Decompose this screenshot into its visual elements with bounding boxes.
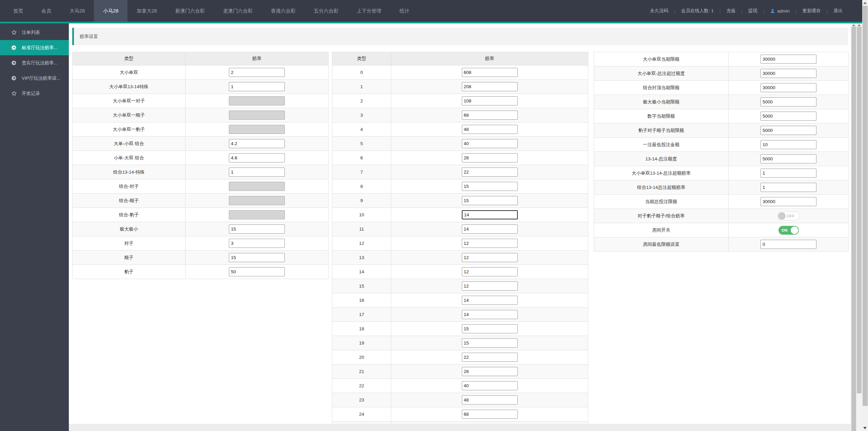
- setting-value-cell: [729, 152, 849, 166]
- odds-input[interactable]: [462, 168, 518, 177]
- odds-input[interactable]: [229, 239, 285, 248]
- odds-input[interactable]: [462, 367, 518, 376]
- nav-item-6[interactable]: 新澳门六合彩: [166, 0, 214, 22]
- nav-right-item-4[interactable]: 提现: [748, 8, 757, 14]
- toggle-switch-off[interactable]: OFF: [777, 212, 800, 220]
- table-row: 23: [332, 393, 588, 407]
- limit-input[interactable]: [761, 183, 816, 192]
- nav-right-item-3[interactable]: 充值: [726, 8, 735, 14]
- limit-input[interactable]: [761, 69, 816, 78]
- type-label: 顺子: [73, 251, 185, 265]
- odds-input[interactable]: [462, 324, 518, 333]
- odds-input[interactable]: [229, 168, 285, 177]
- nav-item-7[interactable]: 老澳门六合彩: [214, 0, 262, 22]
- scroll-up-icon[interactable]: [863, 2, 867, 4]
- limit-input[interactable]: [761, 112, 816, 121]
- table-row: 16: [332, 293, 588, 308]
- odds-input[interactable]: [229, 82, 285, 91]
- odds-input[interactable]: [462, 82, 518, 91]
- table-row: 9: [332, 194, 588, 208]
- odds-input[interactable]: [229, 224, 285, 234]
- nav-right-item-7[interactable]: 退出: [833, 8, 843, 14]
- type-label: 大小单双一豹子: [73, 122, 185, 137]
- odds-input[interactable]: [462, 239, 518, 248]
- nav-right-item-6[interactable]: 更新缓存: [802, 8, 821, 14]
- scroll-up-icon[interactable]: [852, 24, 855, 26]
- table-row: 7: [332, 165, 588, 179]
- sidebar-item-2[interactable]: 标准厅玩法赔率...: [0, 40, 69, 55]
- odds-input[interactable]: [462, 139, 518, 148]
- odds-cell: [391, 122, 588, 137]
- odds-input[interactable]: [229, 253, 285, 262]
- toggle-knob: [778, 212, 786, 220]
- odds-input[interactable]: [462, 281, 518, 291]
- odds-input[interactable]: [462, 210, 518, 219]
- type-label: 对子: [73, 236, 185, 251]
- odds-input[interactable]: [462, 96, 518, 105]
- odds-input[interactable]: [462, 381, 518, 390]
- type-label: 21: [332, 365, 391, 379]
- standard-odds-table: 类型 赔率 大小单双大小单双13-14特殊大小单双一对子大小单双一顺子大小单双一…: [72, 52, 329, 279]
- limit-input[interactable]: [761, 83, 816, 92]
- limit-input[interactable]: [761, 97, 816, 106]
- odds-input[interactable]: [462, 68, 518, 77]
- odds-input[interactable]: [462, 111, 518, 120]
- limit-input[interactable]: [761, 169, 816, 178]
- nav-item-2[interactable]: 会员: [32, 0, 60, 22]
- browser-scrollbar-thumb[interactable]: [863, 6, 868, 406]
- odds-input[interactable]: [229, 139, 285, 148]
- horizontal-scrollbar[interactable]: [69, 424, 851, 431]
- inner-scrollbar-thumb[interactable]: [851, 27, 856, 431]
- nav-item-4[interactable]: 小马28: [94, 0, 127, 22]
- odds-input[interactable]: [462, 395, 518, 405]
- odds-input[interactable]: [462, 224, 518, 234]
- sidebar-item-4[interactable]: VIP厅玩法赔率设...: [0, 71, 69, 86]
- sidebar-item-5[interactable]: 开奖记录: [0, 86, 69, 101]
- scroll-up-icon[interactable]: [857, 24, 861, 26]
- sidebar-item-3[interactable]: 贵宾厅玩法赔率...: [0, 55, 69, 71]
- nav-right-item-1[interactable]: 永久活码: [650, 8, 668, 14]
- panel-header: 赔率设置: [72, 28, 848, 45]
- odds-input[interactable]: [462, 125, 518, 134]
- odds-input[interactable]: [229, 267, 285, 276]
- odds-input[interactable]: [229, 68, 285, 77]
- sidebar-item-1[interactable]: 注单列表: [0, 25, 69, 40]
- nav-item-5[interactable]: 加拿大28: [127, 0, 166, 22]
- browser-scrollbar[interactable]: [862, 0, 868, 431]
- scroll-down-icon[interactable]: [863, 427, 867, 429]
- user-menu[interactable]: admin: [770, 8, 790, 14]
- limit-input[interactable]: [761, 140, 816, 149]
- table-row: 对子豹子顺子/组合赔率OFF: [594, 209, 849, 223]
- odds-input[interactable]: [462, 182, 518, 191]
- nav-item-3[interactable]: 大马28: [60, 0, 94, 22]
- odds-input[interactable]: [229, 153, 285, 162]
- setting-label: 房间开关: [594, 223, 729, 237]
- nav-item-10[interactable]: 上下分管理: [348, 0, 391, 22]
- odds-input[interactable]: [462, 410, 518, 419]
- odds-input[interactable]: [462, 353, 518, 362]
- toggle-knob: [791, 227, 798, 234]
- odds-input[interactable]: [462, 296, 518, 305]
- inner-scrollbar-thumb[interactable]: [857, 27, 862, 393]
- odds-input[interactable]: [462, 196, 518, 205]
- nav-right-item-2[interactable]: 会员在线人数: 1: [681, 8, 714, 14]
- odds-input[interactable]: [462, 153, 518, 162]
- nav-item-11[interactable]: 统计: [390, 0, 418, 22]
- nav-item-8[interactable]: 香港六合彩: [262, 0, 305, 22]
- odds-input[interactable]: [462, 267, 518, 276]
- table-row: 5: [332, 137, 588, 151]
- table-row: 18: [332, 322, 588, 336]
- limit-input[interactable]: [761, 240, 816, 249]
- limit-input[interactable]: [761, 55, 816, 64]
- table-row: 17: [332, 308, 588, 322]
- odds-input[interactable]: [462, 253, 518, 262]
- odds-input[interactable]: [462, 338, 518, 348]
- nav-item-1[interactable]: 首页: [4, 0, 32, 22]
- nav-item-9[interactable]: 五分六合彩: [304, 0, 348, 22]
- toggle-switch-on[interactable]: ON: [778, 226, 799, 235]
- table-row: 2: [332, 94, 588, 108]
- limit-input[interactable]: [761, 154, 816, 163]
- limit-input[interactable]: [761, 126, 816, 135]
- odds-input[interactable]: [462, 310, 518, 319]
- limit-input[interactable]: [761, 197, 816, 206]
